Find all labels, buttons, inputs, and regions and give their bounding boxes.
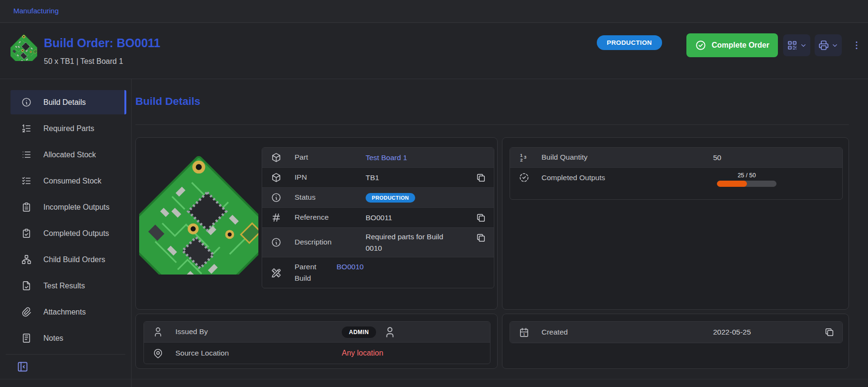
qrcode-icon [786, 40, 798, 51]
collapse-sidebar-button[interactable] [16, 360, 29, 375]
breadcrumb-link-manufacturing[interactable]: Manufacturing [13, 7, 59, 15]
progress-bar: 25 / 50 [717, 172, 776, 187]
chevron-down-icon [831, 42, 838, 49]
value-text: 50 [713, 152, 721, 163]
row-label: Reference [295, 212, 354, 223]
tools-icon [271, 267, 282, 278]
numbers-123-icon [519, 152, 530, 163]
section-heading: Build Details [135, 95, 200, 108]
heading-divider [135, 124, 849, 125]
box-icon [271, 172, 282, 183]
copy-button[interactable] [476, 173, 486, 183]
info-circle-icon [271, 237, 282, 248]
table-row: Issued ByADMIN [144, 322, 490, 343]
print-actions-button[interactable] [815, 34, 842, 56]
user-icon [153, 326, 163, 337]
progress-check-icon [519, 172, 530, 183]
sidebar-collapse-icon [16, 360, 29, 373]
sidebar-item-attachments[interactable]: Attachments [10, 300, 126, 324]
map-pin-icon [153, 348, 163, 359]
issued-by-panel: Issued ByADMINSource LocationAny locatio… [135, 314, 498, 369]
sidebar-item-allocated-stock[interactable]: Allocated Stock [10, 143, 126, 167]
progress-label: 25 / 50 [737, 172, 756, 179]
sidebar-item-label: Consumed Stock [43, 177, 102, 185]
copy-button[interactable] [824, 327, 835, 337]
status-badge: PRODUCTION [597, 35, 662, 50]
copy-icon [476, 233, 486, 243]
sidebar-item-label: Incomplete Outputs [43, 203, 110, 212]
row-label: Parent Build [295, 261, 325, 284]
sidebar-divider [6, 354, 125, 355]
main-content: Build Details PartTest Board 1IPNTB1Stat… [132, 79, 868, 387]
sidebar-item-required-parts[interactable]: Required Parts [10, 116, 126, 141]
sidebar-item-incomplete-outputs[interactable]: Incomplete Outputs [10, 195, 126, 219]
list-numbers-icon [21, 123, 32, 134]
build-details-panel: PartTest Board 1IPNTB1StatusPRODUCTIONRe… [135, 137, 498, 310]
sidebar-item-test-results[interactable]: Test Results [10, 274, 126, 298]
value-link[interactable]: BO0010 [337, 263, 364, 271]
row-label: Description [295, 236, 354, 248]
sidebar-item-consumed-stock[interactable]: Consumed Stock [10, 169, 126, 193]
clipboard-check-icon [21, 228, 32, 239]
value-warning: Any location [342, 349, 383, 357]
quantity-table: Build Quantity50Completed Outputs 25 / 5… [510, 147, 843, 200]
table-row: Completed Outputs 25 / 50 [510, 168, 842, 199]
row-label: Build Quantity [541, 152, 713, 163]
copy-button[interactable] [476, 233, 486, 243]
table-row: Source LocationAny location [144, 343, 490, 364]
info-circle-icon [271, 192, 282, 203]
copy-icon [824, 327, 835, 337]
footer-divider [0, 379, 868, 379]
list-check-icon [21, 175, 32, 186]
user-badge: ADMIN [342, 326, 376, 338]
sidebar-item-notes[interactable]: Notes [10, 326, 126, 350]
breadcrumb: Manufacturing [0, 0, 868, 23]
calendar-icon [519, 327, 530, 338]
sidebar-item-completed-outputs[interactable]: Completed Outputs [10, 221, 126, 245]
sidebar-item-child-build-orders[interactable]: Child Build Orders [10, 247, 126, 272]
sitemap-icon [21, 254, 32, 265]
table-row: IPNTB1 [262, 168, 494, 188]
complete-order-button[interactable]: Complete Order [686, 33, 778, 57]
sidebar-item-label: Build Details [43, 98, 86, 107]
more-actions-button[interactable] [848, 34, 865, 56]
issued-table: Issued ByADMINSource LocationAny locatio… [143, 321, 490, 364]
copy-icon [476, 173, 486, 183]
created-panel: Created2022-05-25 [502, 314, 849, 369]
row-label: Completed Outputs [541, 172, 713, 183]
row-label: Issued By [175, 326, 342, 337]
sidebar-navigation: Build DetailsRequired PartsAllocated Sto… [0, 79, 132, 387]
part-thumbnail-image[interactable] [10, 31, 37, 61]
user-icon [384, 326, 396, 338]
sidebar-item-label: Required Parts [43, 124, 94, 133]
page-header: Build Order: BO0011 50 x TB1 | Test Boar… [0, 23, 868, 79]
dots-vertical-icon [851, 40, 862, 51]
complete-order-label: Complete Order [712, 41, 769, 50]
sidebar-item-label: Child Build Orders [43, 255, 105, 264]
chevron-down-icon [800, 42, 807, 49]
box-icon [271, 152, 282, 163]
sidebar-item-label: Test Results [43, 282, 85, 290]
row-label: Part [295, 152, 354, 163]
file-check-icon [21, 280, 32, 291]
barcode-actions-button[interactable] [783, 34, 810, 56]
table-row: Parent BuildBO0010 [262, 257, 494, 288]
value-text: BO0011 [366, 212, 392, 223]
details-table: PartTest Board 1IPNTB1StatusPRODUCTIONRe… [262, 147, 494, 288]
table-row: PartTest Board 1 [262, 148, 494, 168]
part-image[interactable] [139, 142, 259, 278]
page-title: Build Order: BO0011 [44, 36, 161, 50]
sidebar-item-label: Allocated Stock [43, 151, 96, 159]
status-badge: PRODUCTION [366, 193, 415, 203]
copy-button[interactable] [476, 213, 486, 223]
created-table: Created2022-05-25 [510, 321, 843, 343]
paperclip-icon [21, 306, 32, 317]
table-row: StatusPRODUCTION [262, 188, 494, 208]
table-row: Build Quantity50 [510, 148, 842, 168]
info-circle-icon [21, 97, 32, 108]
sidebar-item-label: Notes [43, 334, 63, 343]
sidebar-item-build-details[interactable]: Build Details [10, 90, 126, 114]
value-text: Required parts for Build 0010 [366, 231, 444, 254]
build-quantity-panel: Build Quantity50Completed Outputs 25 / 5… [502, 137, 849, 310]
value-link[interactable]: Test Board 1 [366, 153, 407, 162]
